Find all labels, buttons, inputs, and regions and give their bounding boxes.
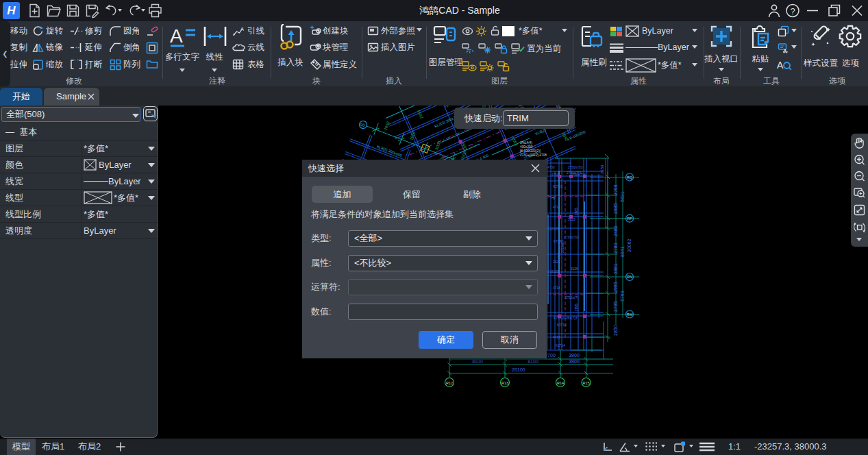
svg-text:400x200: 400x200 [520,145,533,149]
svg-text:K2714: K2714 [556,344,565,347]
svg-text:2730x(7)3: 2730x(7)3 [568,166,583,169]
svg-text:K2714: K2714 [557,323,567,327]
svg-text:R15: R15 [582,381,589,385]
svg-text:2716x(7)3: 2716x(7)3 [564,236,579,239]
svg-text:2650: 2650 [383,121,390,131]
svg-text:?: ? [790,6,795,16]
svg-text:8641: 8641 [620,246,625,257]
svg-text:(22)/2123: (22)/2123 [545,228,559,231]
svg-text:A: A [777,60,784,71]
svg-text:2650: 2650 [441,106,449,108]
svg-text:2480: 2480 [613,225,618,236]
svg-text:L8-100/200: L8-100/200 [567,130,586,141]
svg-text:R14: R14 [557,381,564,385]
svg-text:8100: 8100 [528,359,538,364]
svg-text:KL8(2) 300x600: KL8(2) 300x600 [376,144,403,158]
svg-text:(22)/2123: (22)/2123 [545,270,559,273]
svg-text:R12: R12 [446,381,453,385]
svg-text:K2716: K2716 [553,185,562,188]
svg-text:2885: 2885 [575,208,578,215]
svg-text:2766: 2766 [613,184,618,195]
svg-text:[8-100/200(2)]: [8-100/200(2)] [520,149,541,153]
svg-text:2881: 2881 [613,263,618,274]
svg-text:K718-2026x(7)3: K718-2026x(7)3 [554,317,578,320]
svg-text:00: 00 [360,122,366,127]
svg-text:RP: RP [627,217,632,221]
svg-text:4718: 4718 [553,286,560,290]
svg-text:4718: 4718 [558,252,561,260]
svg-text:K718: K718 [554,240,562,243]
svg-text:20100: 20100 [512,367,525,372]
svg-text:3900: 3900 [569,353,580,358]
svg-text:2995: 2995 [575,304,578,311]
svg-text:RQ: RQ [627,175,633,180]
svg-text:2130+(2112).4708: 2130+(2112).4708 [520,153,547,157]
svg-text:RN: RN [627,275,632,279]
svg-text:3126: 3126 [571,267,578,271]
svg-text:RM: RM [627,312,633,317]
svg-text:2730x(7)3: 2730x(7)3 [567,171,582,175]
svg-text:A: A [170,25,183,47]
svg-text:2850: 2850 [613,325,618,336]
svg-text:3000: 3000 [434,140,442,151]
svg-text:2123: 2123 [553,260,560,264]
svg-text:4700: 4700 [547,166,555,169]
svg-text:2650: 2650 [600,164,604,174]
svg-text:4718: 4718 [553,336,560,339]
svg-text:2795: 2795 [613,301,618,312]
svg-text:2780: 2780 [613,243,618,254]
svg-text:5790: 5790 [620,291,625,302]
svg-text:2650: 2650 [511,136,519,146]
svg-text:20062: 20062 [627,238,632,252]
svg-text:R13: R13 [501,381,508,385]
svg-text:2716x(7): 2716x(7) [565,296,578,299]
svg-text:8100: 8100 [472,359,483,364]
svg-text:2885: 2885 [613,203,618,214]
svg-text:2716x(7): 2716x(7) [561,240,565,253]
svg-text:2995: 2995 [613,282,618,293]
svg-text:A: A [240,26,244,32]
svg-text:3900: 3900 [569,359,580,364]
svg-text:2650: 2650 [417,109,424,119]
svg-text:4718: 4718 [553,206,560,209]
svg-text:3%L4(4): 3%L4(4) [520,141,533,145]
svg-text:5631: 5631 [620,191,625,202]
svg-text:KL6(2): KL6(2) [534,127,547,136]
